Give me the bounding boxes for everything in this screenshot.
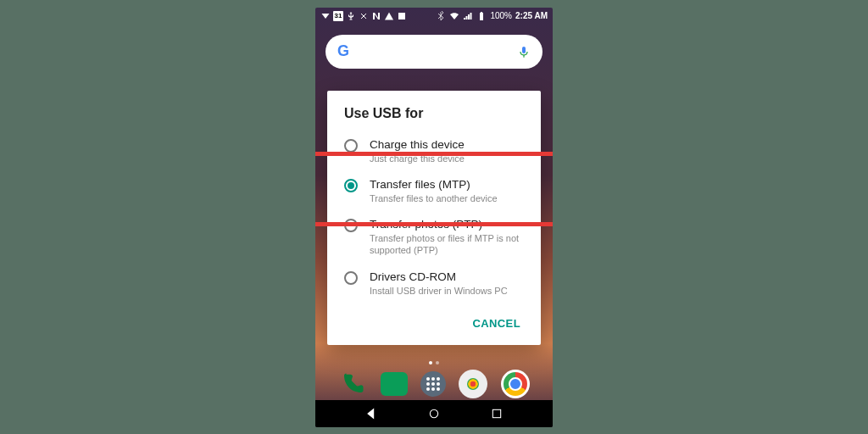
mic-icon[interactable] xyxy=(517,43,531,60)
google-search-bar[interactable]: G xyxy=(326,35,542,69)
option-title: Transfer photos (PTP) xyxy=(370,218,524,231)
app-drawer-icon[interactable] xyxy=(420,371,446,397)
back-button[interactable] xyxy=(364,407,378,420)
chrome-app-icon[interactable] xyxy=(501,370,530,398)
cancel-button[interactable]: CANCEL xyxy=(464,312,529,335)
option-subtitle: Transfer photos or files if MTP is not s… xyxy=(370,232,524,257)
n-icon xyxy=(371,11,381,21)
google-logo: G xyxy=(337,42,349,60)
svg-rect-4 xyxy=(492,409,500,417)
radio-icon xyxy=(344,271,358,285)
option-title: Transfer files (MTP) xyxy=(370,178,498,191)
radio-icon xyxy=(344,139,358,153)
usb-option-ptp[interactable]: Transfer photos (PTP) Transfer photos or… xyxy=(327,211,541,264)
screenshot-icon xyxy=(397,11,407,21)
messages-app-icon[interactable] xyxy=(381,372,408,396)
home-button[interactable] xyxy=(427,407,441,420)
svg-point-3 xyxy=(430,409,437,417)
option-title: Charge this device xyxy=(370,138,465,151)
page-indicator xyxy=(315,361,553,364)
notification-icon xyxy=(320,11,331,21)
camera-app-icon[interactable] xyxy=(459,370,487,398)
svg-rect-0 xyxy=(398,13,405,19)
battery-icon xyxy=(476,11,487,21)
warning-icon xyxy=(384,11,394,21)
option-subtitle: Transfer files to another device xyxy=(370,192,498,204)
usb-icon xyxy=(346,11,356,21)
svg-rect-1 xyxy=(480,13,483,20)
phone-frame: 31 100% 2:25 AM G Use USB for Charge thi… xyxy=(315,8,553,427)
usb-dialog: Use USB for Charge this device Just char… xyxy=(327,91,541,345)
debug-icon xyxy=(359,11,369,21)
usb-option-charge[interactable]: Charge this device Just charge this devi… xyxy=(327,131,541,171)
clock: 2:25 AM xyxy=(515,11,548,20)
option-subtitle: Install USB driver in Windows PC xyxy=(370,285,508,297)
status-bar: 31 100% 2:25 AM xyxy=(315,8,553,25)
usb-option-mtp[interactable]: Transfer files (MTP) Transfer files to a… xyxy=(327,171,541,211)
app-dock xyxy=(315,370,553,398)
calendar-date-icon: 31 xyxy=(333,11,343,21)
navigation-bar xyxy=(315,400,553,427)
usb-option-cdrom[interactable]: Drivers CD-ROM Install USB driver in Win… xyxy=(327,264,541,303)
svg-rect-2 xyxy=(481,12,482,13)
option-subtitle: Just charge this device xyxy=(370,153,465,164)
dialog-title: Use USB for xyxy=(327,106,541,131)
bluetooth-icon xyxy=(436,11,446,21)
option-title: Drivers CD-ROM xyxy=(370,270,508,283)
phone-app-icon[interactable] xyxy=(338,370,367,398)
signal-icon xyxy=(463,11,473,21)
wifi-icon xyxy=(449,11,459,21)
radio-icon xyxy=(344,179,358,192)
battery-percent: 100% xyxy=(490,11,512,20)
radio-icon xyxy=(344,219,358,232)
recents-button[interactable] xyxy=(490,407,504,420)
